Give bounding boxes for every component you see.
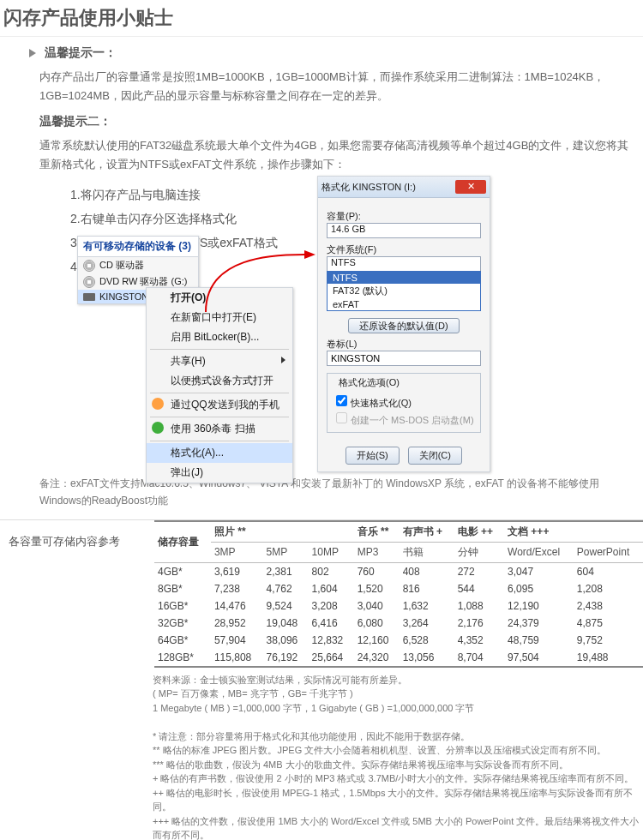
capacity-table: 储存容量 照片 ** 音乐 ** 有声书 + 电影 ++ 文档 +++ 3MP …	[154, 520, 643, 668]
usb-icon	[83, 293, 95, 301]
table-row: 32GB*28,95219,0486,4166,0803,2642,17624,…	[154, 615, 643, 632]
menu-share[interactable]: 共享(H)	[147, 351, 292, 371]
menu-format[interactable]: 格式化(A)...	[147, 443, 292, 463]
dialog-title: 格式化 KINGSTON (I:)	[322, 181, 416, 194]
chevron-right-icon	[281, 357, 285, 363]
filesystem-select[interactable]: NTFS	[327, 256, 481, 272]
col-audiobook: 有声书 +	[400, 521, 454, 543]
drive-cd[interactable]: CD 驱动器	[78, 257, 198, 273]
fs-option-exfat[interactable]: exFAT	[328, 298, 480, 310]
tip2-body: 通常系统默认使用的FAT32磁盘系统最大单个文件为4GB，如果您需要存储高清视频…	[39, 136, 634, 174]
close-button[interactable]: 关闭(C)	[408, 447, 462, 465]
format-dialog: 格式化 KINGSTON (I:) ✕ 容量(P): 14.6 GB 文件系统(…	[317, 176, 490, 472]
fs-option-ntfs[interactable]: NTFS	[328, 272, 480, 284]
explorer-title: 有可移动存储的设备 (3)	[78, 237, 198, 257]
qq-icon	[152, 398, 164, 410]
col-movie: 电影 ++	[454, 521, 504, 543]
dialog-titlebar: 格式化 KINGSTON (I:) ✕	[318, 177, 490, 198]
msdos-checkbox	[336, 412, 347, 423]
col-docs: 文档 +++	[504, 521, 643, 543]
page-title: 闪存产品使用小贴士	[0, 0, 643, 37]
restore-defaults-button[interactable]: 还原设备的默认值(D)	[348, 318, 459, 333]
quick-format-checkbox[interactable]	[336, 395, 347, 406]
disc-icon	[83, 276, 95, 288]
svg-marker-0	[304, 250, 315, 259]
menu-eject[interactable]: 弹出(J)	[147, 463, 292, 483]
tip2-heading: 温馨提示二：	[39, 114, 634, 129]
quick-format-label: 快速格式化(Q)	[351, 398, 412, 408]
close-icon[interactable]: ✕	[455, 180, 486, 194]
col-storage: 储存容量	[154, 521, 211, 563]
volume-input[interactable]	[327, 351, 481, 366]
capacity-table-title: 各容量可存储内容参考	[0, 520, 154, 549]
capacity-label: 容量(P):	[327, 210, 481, 223]
capacity-select[interactable]: 14.6 GB	[327, 223, 481, 238]
arrow-icon	[197, 248, 317, 316]
msdos-label: 创建一个 MS-DOS 启动盘(M)	[351, 415, 474, 425]
col-music: 音乐 **	[354, 521, 400, 543]
table-row: 16GB*14,4769,5243,2083,0401,6321,08812,1…	[154, 597, 643, 615]
volume-label: 卷标(L)	[327, 338, 481, 351]
fs-option-fat32[interactable]: FAT32 (默认)	[328, 284, 480, 298]
triangle-icon	[29, 49, 36, 57]
tip1-body: 内存产品出厂的容量通常是按照1MB=1000KB，1GB=1000MB计算，而操…	[39, 68, 634, 105]
footnotes: 资料来源：金士顿实验室测试结果，实际情况可能有所差异。( MP= 百万像素，MB…	[153, 668, 643, 840]
filesystem-label: 文件系统(F)	[327, 243, 481, 256]
context-menu: 打开(O) 在新窗口中打开(E) 启用 BitLocker(B)... 共享(H…	[146, 287, 293, 483]
menu-qq-send[interactable]: 通过QQ发送到我的手机	[147, 395, 292, 415]
tip1-heading: 温馨提示一：	[29, 45, 634, 61]
filesystem-dropdown[interactable]: NTFS FAT32 (默认) exFAT	[327, 271, 481, 311]
disc-icon	[83, 260, 95, 272]
table-row: 128GB*115,80876,19225,66424,32013,0568,7…	[154, 649, 643, 667]
table-row: 8GB*7,2384,7621,6041,5208165446,0951,208	[154, 580, 643, 597]
table-row: 64GB*57,90438,09612,83212,1606,5284,3524…	[154, 632, 643, 649]
table-row: 4GB*3,6192,3818027604082723,047604	[154, 562, 643, 580]
shield-icon	[152, 422, 164, 434]
menu-360-scan[interactable]: 使用 360杀毒 扫描	[147, 419, 292, 439]
format-options-label: 格式化选项(O)	[336, 376, 402, 389]
start-button[interactable]: 开始(S)	[346, 447, 400, 465]
menu-portable[interactable]: 以便携式设备方式打开	[147, 371, 292, 391]
menu-bitlocker[interactable]: 启用 BitLocker(B)...	[147, 327, 292, 347]
remark-text: 备注：exFAT文件支持Mac10.6.5、Windows7、 VISTA 和安…	[39, 476, 634, 508]
col-photos: 照片 **	[211, 521, 354, 543]
